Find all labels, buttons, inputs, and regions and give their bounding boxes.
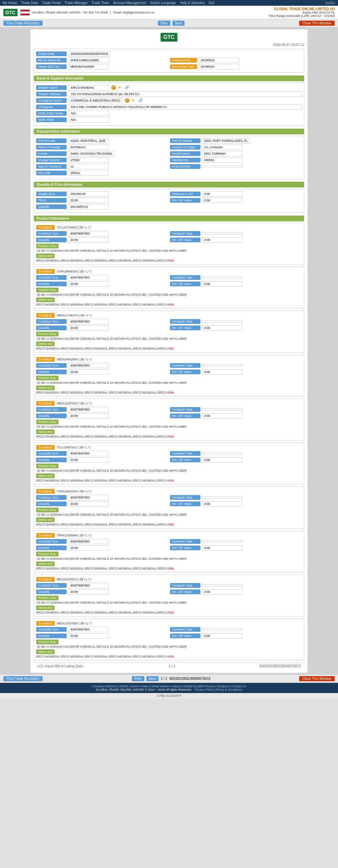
marks-text: ERCO MONDIAL ERCO MONDIAL ERCO MONDIAL E… xyxy=(36,435,302,438)
prev-button-top[interactable]: Prev xyxy=(158,21,170,26)
est-arrival-label: Est. Arrival Date xyxy=(170,64,197,69)
bottom-record-id: 6003201905230000676015 xyxy=(260,664,301,668)
next-button-top[interactable]: Next xyxy=(172,21,185,26)
container-button[interactable]: Container xyxy=(36,489,55,494)
nav-my-home[interactable]: My Home xyxy=(3,1,17,5)
notify-party-label: Notify Party xyxy=(36,117,67,122)
container-cif-cell: Est. CIF Value 0.00 xyxy=(170,589,302,595)
close-window-button-top[interactable]: Close This Window xyxy=(299,21,335,26)
container-size-value: 4000*800*800 xyxy=(68,539,108,544)
container-id-row: Container MEDU1037838 ( 2B / L / ) xyxy=(36,621,302,626)
consignee-star-icon[interactable]: ★ xyxy=(131,98,136,103)
product-desc-text: 20 IBC S SODIUM CHLORATE CHEMICAL DETAIL… xyxy=(36,645,302,648)
nav-switch-language[interactable]: Switch Language xyxy=(150,1,176,5)
shipper-addr-value: 101 CH DONALDSON GATINEAU QC J8L3X3 CA xyxy=(69,91,302,97)
container-size-value: 4000*800*800 xyxy=(68,451,108,456)
footer-terms[interactable]: Terms & Conditions xyxy=(216,688,242,691)
container-qty-cell: Quantity 20.00 xyxy=(36,589,168,595)
container-type-value xyxy=(202,628,242,630)
container-button[interactable]: Container xyxy=(36,313,55,318)
nav-trade-manager[interactable]: Trade Manager xyxy=(65,1,88,5)
container-block: Container MEDU2736375 ( 2B / L / ) Conta… xyxy=(34,311,304,353)
country-origin-label: Country of Origin xyxy=(170,145,200,150)
hon-text: HON xyxy=(167,479,174,482)
product-desc-text: 20 IBC S SODIUM CHLORATE CHEMICAL DETAIL… xyxy=(36,513,302,516)
footer-privacy[interactable]: Privacy Policy xyxy=(194,688,213,691)
page-info: 1 / 1 xyxy=(161,677,167,681)
footer-global-customs[interactable]: Global Customs Data xyxy=(119,685,148,688)
print-records-button-bottom[interactable]: Print Trade Record(s) xyxy=(3,676,43,681)
footer-enquiry[interactable]: Enquiry xyxy=(218,685,229,688)
container-button[interactable]: Container xyxy=(36,357,55,362)
nav-account-management[interactable]: Account Management xyxy=(113,1,146,5)
footer-company-website[interactable]: Company Website xyxy=(92,685,117,688)
hon-text: HON xyxy=(167,567,174,570)
carrier-label: Carrier xyxy=(36,151,67,156)
next-button-bottom[interactable]: Next xyxy=(146,676,159,681)
container-id-value: MEDU2736375 ( 2B / L / ) xyxy=(57,314,92,317)
shipper-link-icon[interactable]: 🔗 xyxy=(125,85,129,90)
container-type-value xyxy=(202,232,242,235)
container-cif-cell: Est. CIF Value 0.00 xyxy=(170,325,302,331)
us-import-label: U.S. Import Bill of Lading Data - xyxy=(37,664,85,668)
master-bol-cell: Master BOL No. MEDUMT444509 xyxy=(36,64,168,69)
container-type-cell: Container Type xyxy=(170,363,302,368)
nav-trade-data[interactable]: Trade Data xyxy=(21,1,38,5)
vessel-value: MSC CORINNA xyxy=(202,151,242,156)
container-size-label: Container Size xyxy=(36,363,67,368)
consignee-link-icon[interactable]: 🔗 xyxy=(138,98,143,103)
hon-text: HON xyxy=(167,303,174,306)
container-button[interactable]: Container xyxy=(36,269,55,274)
manifest-cell: Manifest No. 000001 xyxy=(170,157,302,163)
global-data-section: Global Data 6003201905230000676015 Bill … xyxy=(34,49,304,73)
container-button[interactable]: Container xyxy=(36,225,55,230)
quantity-label: Quantity xyxy=(36,204,67,209)
nav-trade-tools[interactable]: Trade Tools xyxy=(92,1,109,5)
shipper-search-icon[interactable]: 🔍 xyxy=(111,85,116,90)
notify-party-name-row: Notify Party Name N/A xyxy=(36,111,302,116)
container-type-cell: Container Type xyxy=(170,319,302,324)
port-load-cell: Port of Load 01822, MONTREAL, QUE xyxy=(36,138,168,143)
marks-row: Marks and ERCO MONDIAL ERCO MONDIAL ERCO… xyxy=(36,341,302,350)
container-id-row: Container TRHU1266948 ( 2B / L / ) xyxy=(36,533,302,538)
container-button[interactable]: Container xyxy=(36,401,55,406)
master-bol-label: Master BOL No. xyxy=(36,64,67,69)
footer-contact-us[interactable]: Contact Us xyxy=(231,685,246,688)
consignee-search-icon[interactable]: 🔍 xyxy=(125,98,129,103)
footer-qualified-buyers[interactable]: Global Qualified Buyers xyxy=(184,685,216,688)
container-cif-cell: Est. CIF Value 0.00 xyxy=(170,457,302,463)
marks-label: Marks and xyxy=(36,517,54,522)
est-cif-label: Est. CIF Value xyxy=(170,198,200,203)
shipper-star-icon[interactable]: ★ xyxy=(118,85,123,90)
prev-button-bottom[interactable]: Prev xyxy=(132,676,144,681)
way-transport-value: 11 xyxy=(68,164,108,169)
marks-label: Marks and xyxy=(36,561,54,566)
container-button[interactable]: Container xyxy=(36,577,55,582)
print-records-button-top[interactable]: Print Trade Record(s) xyxy=(3,21,43,26)
marks-text: ERCO MONDIAL ERCO MONDIAL ERCO MONDIAL E… xyxy=(36,479,302,482)
timestamp: 2019-09-27 16:07:12 xyxy=(34,43,304,47)
container-cif-label: Est. CIF Value xyxy=(170,458,200,462)
nav-help-statistics[interactable]: Help & Statistics xyxy=(180,1,205,5)
container-id-row: Container MEDU6942565 ( 2B / L / ) xyxy=(36,357,302,362)
container-button[interactable]: Container xyxy=(36,445,55,450)
est-cif-cell: Est. CIF Value 0.00 xyxy=(170,198,302,203)
container-block: Container BEAU0326513 ( 2B / L / ) Conta… xyxy=(34,575,304,617)
product-desc-row: Product Desc 20 IBC S SODIUM CHLORATE CH… xyxy=(36,464,302,472)
nav-trade-portal[interactable]: Trade Portal xyxy=(42,1,61,5)
product-desc-text: 20 IBC S SODIUM CHLORATE CHEMICAL DETAIL… xyxy=(36,557,302,560)
container-button[interactable]: Container xyxy=(36,533,55,538)
container-qty-value: 20.00 xyxy=(68,325,108,331)
container-button[interactable]: Container xyxy=(36,621,55,626)
footer-global-market[interactable]: Global Market Analysis xyxy=(150,685,182,688)
place-receipt-cell: Place of Receipt GATINEAU xyxy=(36,144,168,150)
product-desc-text: 20 IBC S SODIUM CHLORATE CHEMICAL DETAIL… xyxy=(36,601,302,604)
product-info-header: Product Information xyxy=(34,216,304,221)
container-size-cell: Container Size 4000*800*800 xyxy=(36,583,168,588)
close-window-button-bottom[interactable]: Close This Window xyxy=(299,676,335,681)
bill-value: SHKK124861122882 xyxy=(68,58,108,63)
port-unload-cell: Port of Unload 5203, PORT EVERGLADES, FL xyxy=(170,138,302,143)
way-transport-label: Way of Transport xyxy=(36,164,67,169)
nav-exit[interactable]: Exit xyxy=(209,1,215,5)
weight-cell: Weight (KG) 230,000.00 xyxy=(36,191,168,197)
